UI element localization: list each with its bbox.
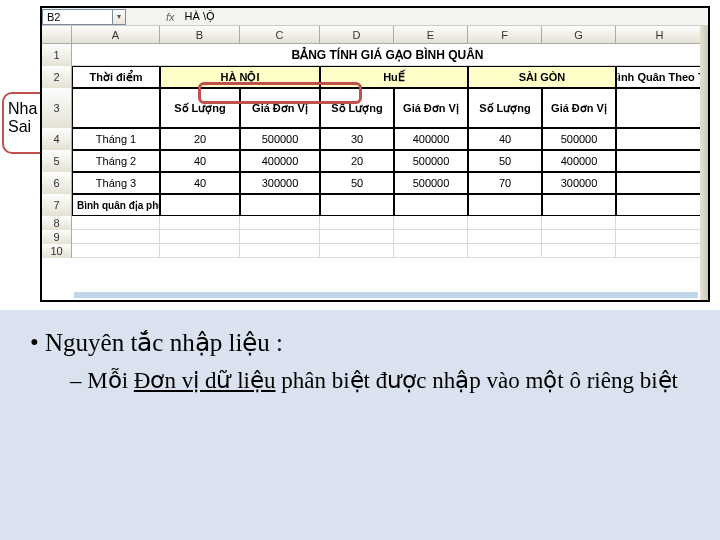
empty-cell[interactable] xyxy=(320,216,394,230)
col-header-H[interactable]: H xyxy=(616,26,704,43)
gbq-cell[interactable] xyxy=(616,150,704,172)
empty-cell[interactable] xyxy=(468,216,542,230)
empty-cell[interactable] xyxy=(394,194,468,216)
row-header[interactable]: 10 xyxy=(42,244,72,258)
data-cell[interactable]: 500000 xyxy=(394,150,468,172)
row-header[interactable]: 1 xyxy=(42,44,72,66)
col-header-E[interactable]: E xyxy=(394,26,468,43)
data-cell[interactable]: 300000 xyxy=(542,172,616,194)
data-cell[interactable]: 500000 xyxy=(394,172,468,194)
grid[interactable]: 1BẢNG TÍNH GIÁ GẠO BÌNH QUÂN2Thời điểmHÀ… xyxy=(42,44,708,258)
header-gia-don-vi[interactable]: Giá Đơn Vị xyxy=(542,88,616,128)
vertical-scrollbar[interactable] xyxy=(700,26,708,300)
empty-cell[interactable] xyxy=(616,230,704,244)
name-box[interactable]: B2 xyxy=(42,9,112,25)
month-label[interactable]: Tháng 3 xyxy=(72,172,160,194)
header-gbq[interactable]: Gía Bình Quân Theo Tháng xyxy=(616,66,704,88)
empty-cell[interactable] xyxy=(468,194,542,216)
name-box-dropdown[interactable]: ▾ xyxy=(112,9,126,25)
header-gia-don-vi[interactable]: Giá Đơn Vị xyxy=(240,88,320,128)
month-label[interactable]: Tháng 2 xyxy=(72,150,160,172)
data-cell[interactable]: 40 xyxy=(160,150,240,172)
data-cell[interactable]: 20 xyxy=(160,128,240,150)
empty-cell[interactable] xyxy=(394,216,468,230)
row-header[interactable]: 5 xyxy=(42,150,72,172)
empty-cell[interactable] xyxy=(240,230,320,244)
row-header[interactable]: 7 xyxy=(42,194,72,216)
empty-cell[interactable] xyxy=(160,244,240,258)
data-cell[interactable]: 500000 xyxy=(240,128,320,150)
horizontal-scrollbar[interactable] xyxy=(74,292,698,298)
header-gbq-b[interactable] xyxy=(616,88,704,128)
empty-cell[interactable] xyxy=(616,244,704,258)
header-so-luong[interactable]: Số Lượng xyxy=(468,88,542,128)
gbq-cell[interactable] xyxy=(616,172,704,194)
empty-cell[interactable] xyxy=(320,244,394,258)
data-cell[interactable]: 400000 xyxy=(542,150,616,172)
col-header-C[interactable]: C xyxy=(240,26,320,43)
empty-cell[interactable] xyxy=(468,244,542,258)
notes-panel: • Nguyên tắc nhập liệu : – Mỗi Đơn vị dữ… xyxy=(0,310,720,540)
empty-cell[interactable] xyxy=(468,230,542,244)
empty-cell[interactable] xyxy=(160,216,240,230)
binh-quan-label[interactable]: Bình quân địa phương xyxy=(72,194,160,216)
gbq-cell[interactable] xyxy=(616,128,704,150)
empty-cell[interactable] xyxy=(320,194,394,216)
data-cell[interactable]: 20 xyxy=(320,150,394,172)
empty-cell[interactable] xyxy=(616,194,704,216)
fx-area: fx HÀ \Ộ xyxy=(166,10,215,23)
empty-cell[interactable] xyxy=(72,230,160,244)
bullet-sub: – Mỗi Đơn vị dữ liệu phân biệt được nhập… xyxy=(70,365,690,396)
row-header[interactable]: 8 xyxy=(42,216,72,230)
data-cell[interactable]: 500000 xyxy=(542,128,616,150)
formula-bar[interactable]: HÀ \Ộ xyxy=(179,10,215,23)
row-header[interactable]: 4 xyxy=(42,128,72,150)
col-header-D[interactable]: D xyxy=(320,26,394,43)
col-header-A[interactable]: A xyxy=(72,26,160,43)
header-city-hanoi[interactable]: HÀ NỘI xyxy=(160,66,320,88)
row-header[interactable]: 9 xyxy=(42,230,72,244)
month-label[interactable]: Tháng 1 xyxy=(72,128,160,150)
table-title[interactable]: BẢNG TÍNH GIÁ GẠO BÌNH QUÂN xyxy=(72,44,704,66)
data-cell[interactable]: 50 xyxy=(468,150,542,172)
data-cell[interactable]: 400000 xyxy=(394,128,468,150)
empty-cell[interactable] xyxy=(320,230,394,244)
empty-cell[interactable] xyxy=(72,216,160,230)
data-cell[interactable]: 30 xyxy=(320,128,394,150)
data-cell[interactable]: 40 xyxy=(468,128,542,150)
empty-cell[interactable] xyxy=(616,216,704,230)
select-all-corner[interactable] xyxy=(42,26,72,43)
row-header[interactable]: 3 xyxy=(42,88,72,128)
empty-cell[interactable] xyxy=(542,230,616,244)
fx-icon[interactable]: fx xyxy=(166,11,175,23)
col-header-F[interactable]: F xyxy=(468,26,542,43)
empty-cell[interactable] xyxy=(240,244,320,258)
empty-cell[interactable] xyxy=(160,194,240,216)
col-header-B[interactable]: B xyxy=(160,26,240,43)
data-cell[interactable]: 300000 xyxy=(240,172,320,194)
empty-cell[interactable] xyxy=(394,244,468,258)
data-cell[interactable]: 400000 xyxy=(240,150,320,172)
row-header[interactable]: 2 xyxy=(42,66,72,88)
data-cell[interactable]: 70 xyxy=(468,172,542,194)
col-header-G[interactable]: G xyxy=(542,26,616,43)
empty-cell[interactable] xyxy=(240,216,320,230)
empty-cell[interactable] xyxy=(72,244,160,258)
empty-cell[interactable] xyxy=(240,194,320,216)
header-gia-don-vi[interactable]: Giá Đơn Vị xyxy=(394,88,468,128)
header-thoi-diem-b[interactable] xyxy=(72,88,160,128)
data-cell[interactable]: 40 xyxy=(160,172,240,194)
empty-cell[interactable] xyxy=(542,194,616,216)
header-so-luong[interactable]: Số Lượng xyxy=(160,88,240,128)
row-header[interactable]: 6 xyxy=(42,172,72,194)
header-so-luong[interactable]: Số Lượng xyxy=(320,88,394,128)
empty-cell[interactable] xyxy=(394,230,468,244)
empty-cell[interactable] xyxy=(542,244,616,258)
empty-cell[interactable] xyxy=(160,230,240,244)
data-cell[interactable]: 50 xyxy=(320,172,394,194)
header-city-hue[interactable]: HuẾ xyxy=(320,66,468,88)
annotation-line1: Nha xyxy=(8,100,37,118)
header-city-saigon[interactable]: SÀI GÒN xyxy=(468,66,616,88)
empty-cell[interactable] xyxy=(542,216,616,230)
header-thoi-diem[interactable]: Thời điểm xyxy=(72,66,160,88)
